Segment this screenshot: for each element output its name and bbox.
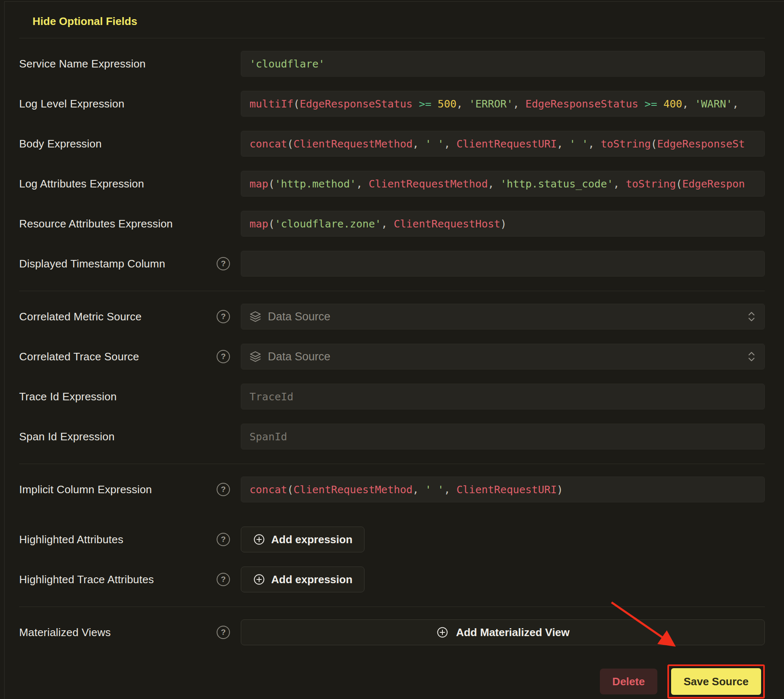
field-row-log-level: Log Level Expression multiIf(EdgeRespons… <box>19 91 765 117</box>
chevron-updown-icon <box>747 350 756 363</box>
field-row-log-attributes: Log Attributes Expression map('http.meth… <box>19 171 765 197</box>
field-label-group: Displayed Timestamp Column <box>19 257 241 270</box>
correlated-trace-source-select[interactable]: Data Source <box>241 344 765 369</box>
field-row-highlighted-trace-attributes: Highlighted Trace Attributes Add express… <box>19 567 765 592</box>
button-cell: Add expression <box>241 567 765 592</box>
help-icon[interactable] <box>217 310 230 323</box>
field-label-group: Log Attributes Expression <box>19 177 241 190</box>
service-name-expression-input[interactable]: 'cloudflare' <box>241 51 765 77</box>
field-label: Trace Id Expression <box>19 390 117 403</box>
add-materialized-view-button[interactable]: Add Materialized View <box>241 619 765 645</box>
field-row-service-name: Service Name Expression 'cloudflare' <box>19 51 765 77</box>
field-label: Body Expression <box>19 137 102 150</box>
field-label: Displayed Timestamp Column <box>19 257 165 270</box>
field-label: Resource Attributes Expression <box>19 217 173 230</box>
resource-attributes-expression-input[interactable]: map('cloudflare.zone', ClientRequestHost… <box>241 211 765 237</box>
help-icon[interactable] <box>217 573 230 586</box>
save-source-button[interactable]: Save Source <box>671 668 761 695</box>
field-row-implicit-column: Implicit Column Expression concat(Client… <box>19 477 765 502</box>
chevron-updown-icon <box>747 310 756 323</box>
field-label-group: Correlated Metric Source <box>19 310 241 323</box>
add-expression-button[interactable]: Add expression <box>241 527 365 552</box>
footer-actions: Delete Save Source <box>19 664 765 699</box>
section-divider <box>19 464 765 464</box>
log-level-expression-input[interactable]: multiIf(EdgeResponseStatus >= 500, 'ERRO… <box>241 91 765 117</box>
field-row-span-id: Span Id Expression <box>19 424 765 449</box>
field-label-group: Highlighted Attributes <box>19 533 241 546</box>
field-label: Correlated Metric Source <box>19 310 142 323</box>
field-row-highlighted-attributes: Highlighted Attributes Add expression <box>19 527 765 552</box>
delete-button[interactable]: Delete <box>600 669 657 694</box>
field-label-group: Implicit Column Expression <box>19 483 241 496</box>
add-expression-button[interactable]: Add expression <box>241 567 365 592</box>
section-divider <box>19 291 765 291</box>
data-source-icon <box>250 311 261 322</box>
field-label-group: Materialized Views <box>19 626 241 639</box>
plus-circle-icon <box>253 573 265 586</box>
field-row-body: Body Expression concat(ClientRequestMeth… <box>19 131 765 157</box>
field-row-resource-attributes: Resource Attributes Expression map('clou… <box>19 211 765 237</box>
button-cell: Add expression <box>241 527 765 552</box>
data-source-icon <box>250 351 261 362</box>
plus-circle-icon <box>436 626 449 639</box>
field-label: Materialized Views <box>19 626 111 639</box>
field-label: Log Level Expression <box>19 97 125 110</box>
field-label: Correlated Trace Source <box>19 350 139 363</box>
span-id-expression-input[interactable] <box>241 424 765 449</box>
source-settings-panel: Hide Optional Fields Service Name Expres… <box>4 1 784 699</box>
field-label-group: Log Level Expression <box>19 97 241 110</box>
select-placeholder: Data Source <box>268 350 330 363</box>
save-source-button-label: Save Source <box>684 675 749 688</box>
add-materialized-view-label: Add Materialized View <box>456 626 570 639</box>
help-icon[interactable] <box>217 533 230 546</box>
field-label: Log Attributes Expression <box>19 177 144 190</box>
field-label-group: Trace Id Expression <box>19 390 241 403</box>
field-label-group: Resource Attributes Expression <box>19 217 241 230</box>
plus-circle-icon <box>253 533 265 546</box>
section-divider <box>19 38 765 38</box>
field-label: Span Id Expression <box>19 430 115 443</box>
help-icon[interactable] <box>217 350 230 363</box>
help-icon[interactable] <box>217 626 230 639</box>
implicit-column-expression-input[interactable]: concat(ClientRequestMethod, ' ', ClientR… <box>241 477 765 502</box>
field-row-materialized-views: Materialized Views Add Materialized View <box>19 619 765 645</box>
correlated-metric-source-select[interactable]: Data Source <box>241 304 765 330</box>
add-expression-label: Add expression <box>271 573 352 586</box>
field-row-displayed-timestamp: Displayed Timestamp Column <box>19 251 765 277</box>
field-label-group: Service Name Expression <box>19 57 241 70</box>
field-label: Highlighted Attributes <box>19 533 123 546</box>
add-expression-label: Add expression <box>271 533 352 546</box>
trace-id-expression-input[interactable] <box>241 384 765 409</box>
field-label: Implicit Column Expression <box>19 483 152 496</box>
section-divider <box>19 607 765 607</box>
select-placeholder: Data Source <box>268 310 330 323</box>
field-row-correlated-trace-source: Correlated Trace Source Data Source <box>19 344 765 369</box>
field-label-group: Highlighted Trace Attributes <box>19 573 241 586</box>
field-label: Highlighted Trace Attributes <box>19 573 154 586</box>
displayed-timestamp-column-input[interactable] <box>241 251 765 277</box>
body-expression-input[interactable]: concat(ClientRequestMethod, ' ', ClientR… <box>241 131 765 157</box>
help-icon[interactable] <box>217 483 230 496</box>
hide-optional-fields-toggle[interactable]: Hide Optional Fields <box>32 15 137 28</box>
field-row-trace-id: Trace Id Expression <box>19 384 765 409</box>
field-label: Service Name Expression <box>19 57 146 70</box>
delete-button-label: Delete <box>612 675 645 688</box>
field-label-group: Span Id Expression <box>19 430 241 443</box>
log-attributes-expression-input[interactable]: map('http.method', ClientRequestMethod, … <box>241 171 765 197</box>
field-label-group: Body Expression <box>19 137 241 150</box>
annotation-highlight-box: Save Source <box>667 664 765 699</box>
field-row-correlated-metric-source: Correlated Metric Source Data Source <box>19 304 765 330</box>
help-icon[interactable] <box>217 257 230 270</box>
field-label-group: Correlated Trace Source <box>19 350 241 363</box>
